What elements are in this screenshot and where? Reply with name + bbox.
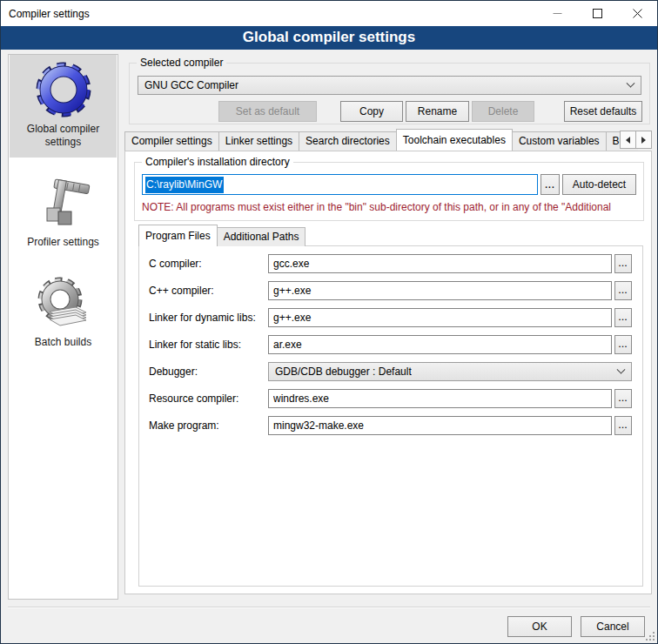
tab-custom-variables[interactable]: Custom variables [512,131,607,151]
browse-static-linker-button[interactable]: ... [614,335,632,354]
title-bar: Compiler settings [1,1,657,26]
sidebar-item-profiler-settings[interactable]: Profiler settings [10,168,117,258]
maximize-icon [593,9,602,18]
tab-search-directories[interactable]: Search directories [299,131,397,151]
browse-dynamic-linker-button[interactable]: ... [614,308,632,327]
make-program-input[interactable] [268,416,612,435]
tab-linker-settings[interactable]: Linker settings [218,131,299,151]
c-compiler-input[interactable] [268,254,612,273]
resource-compiler-input[interactable] [268,389,612,408]
form-row-c-compiler: C compiler: ... [149,254,632,273]
caliper-icon [36,175,91,231]
form-row-debugger: Debugger: GDB/CDB debugger : Default [149,362,632,381]
chevron-down-icon [627,78,635,87]
tab-toolchain-executables[interactable]: Toolchain executables [396,129,513,151]
page-header: Global compiler settings [1,26,657,50]
compiler-settings-dialog: Compiler settings Global compiler settin… [0,0,658,644]
minimize-icon [553,9,562,18]
set-as-default-button[interactable]: Set as default [218,101,317,122]
browse-directory-button[interactable]: ... [540,174,560,195]
compiler-actions: Set as default Copy Rename Delete Reset … [130,101,642,122]
form-row-static-linker: Linker for static libs: ... [149,335,632,354]
dynamic-linker-input[interactable] [268,308,612,327]
toolchain-executables-page: Compiler's installation directory C:\ray… [124,151,652,594]
tab-scroll-right-button[interactable] [635,131,652,149]
caption-buttons [537,1,657,26]
reset-defaults-button[interactable]: Reset defaults [564,101,642,122]
field-label: Resource compiler: [149,392,268,405]
program-tabstrip: Program Files Additional Paths [138,225,306,246]
tab-compiler-settings[interactable]: Compiler settings [124,131,219,151]
maximize-button[interactable] [577,1,617,26]
triangle-left-icon [626,137,630,144]
selected-compiler-group: Selected compiler GNU GCC Compiler Set a… [129,63,650,124]
tab-additional-paths[interactable]: Additional Paths [217,227,306,246]
installation-directory-group: Compiler's installation directory C:\ray… [134,162,644,221]
field-label: Debugger: [149,366,268,378]
group-legend: Selected compiler [137,57,226,69]
cancel-button[interactable]: Cancel [581,616,645,637]
debugger-combobox[interactable]: GDB/CDB debugger : Default [268,362,632,381]
close-icon [633,9,642,18]
close-button[interactable] [617,1,657,26]
form-row-cpp-compiler: C++ compiler: ... [149,281,632,300]
footer-divider [8,607,650,608]
tab-scroll-left-button[interactable] [620,131,636,149]
sidebar-item-batch-builds[interactable]: Batch builds [10,268,117,358]
cpp-compiler-input[interactable] [268,281,612,300]
tab-scroll-buttons [621,131,652,149]
field-label: Linker for dynamic libs: [149,312,268,324]
window-title: Compiler settings [9,8,90,20]
auto-detect-button[interactable]: Auto-detect [562,174,636,195]
installation-directory-row: C:\raylib\MinGW ... Auto-detect [142,174,636,195]
combobox-value: GNU GCC Compiler [144,79,238,91]
blue-gear-icon [36,62,91,117]
rename-button[interactable]: Rename [406,101,469,122]
browse-make-program-button[interactable]: ... [614,416,632,435]
grey-gear-stack-icon [36,275,91,331]
static-linker-input[interactable] [268,335,612,354]
field-label: Linker for static libs: [149,339,268,351]
browse-c-compiler-button[interactable]: ... [614,254,632,273]
triangle-right-icon [641,137,646,144]
browse-cpp-compiler-button[interactable]: ... [614,281,632,300]
sidebar-item-label: Batch builds [13,336,113,349]
copy-button[interactable]: Copy [340,101,403,122]
selected-compiler-combobox[interactable]: GNU GCC Compiler [138,76,641,95]
delete-button[interactable]: Delete [472,101,534,122]
sidebar-item-global-compiler-settings[interactable]: Global compiler settings [10,55,117,158]
dialog-buttons: OK Cancel [507,616,645,637]
ok-button[interactable]: OK [507,616,572,637]
form-row-make-program: Make program: ... [149,416,632,435]
settings-category-list: Global compiler settings Profiler set [8,54,118,600]
field-label: C compiler: [149,258,268,270]
field-label: Make program: [149,419,268,432]
settings-tabstrip: Compiler settings Linker settings Search… [124,129,638,151]
sidebar-item-label: Global compiler settings [13,123,113,149]
form-row-dynamic-linker: Linker for dynamic libs: ... [149,308,632,327]
group-legend: Compiler's installation directory [142,156,293,168]
installation-directory-input[interactable]: C:\raylib\MinGW [142,174,538,195]
program-files-page: C compiler: ... C++ compiler: ... Linker… [138,245,643,587]
tab-program-files[interactable]: Program Files [138,225,218,246]
field-label: C++ compiler: [149,285,268,297]
selected-path-text: C:\raylib\MinGW [145,177,224,193]
bin-subdirectory-note: NOTE: All programs must exist either in … [142,201,642,213]
chevron-down-icon [617,365,626,373]
browse-resource-compiler-button[interactable]: ... [614,389,632,408]
page-title: Global compiler settings [1,26,657,49]
combobox-value: GDB/CDB debugger : Default [275,366,412,378]
form-row-resource-compiler: Resource compiler: ... [149,389,632,408]
resize-grip[interactable] [646,632,655,641]
minimize-button[interactable] [537,1,577,26]
sidebar-item-label: Profiler settings [13,236,113,249]
